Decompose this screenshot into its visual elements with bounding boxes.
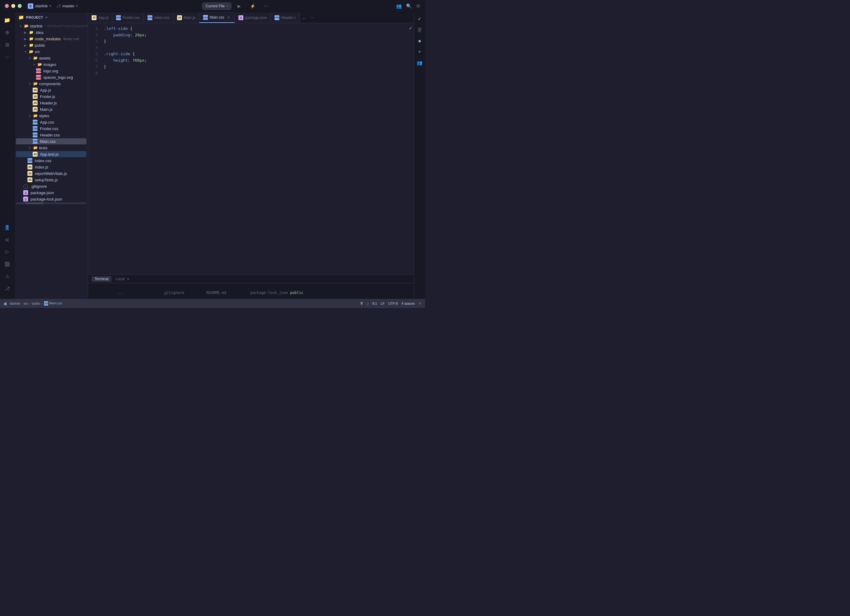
tree-icon-public: 📁 (29, 43, 34, 48)
tree-item-index-js[interactable]: JS index.js (16, 164, 87, 170)
tree-item-spacex-logo[interactable]: SVG spacex_logo.svg (16, 74, 87, 80)
collab-icon[interactable]: 👥 (396, 3, 402, 9)
tree-item-index-css[interactable]: CSS index.css (16, 157, 87, 164)
tree-label-setuptests: setupTests.js (35, 178, 58, 182)
current-file-button[interactable]: Current File ▾ (202, 3, 232, 10)
project-selector[interactable]: S starlink ▾ (28, 3, 51, 9)
tree-item-app-test-js[interactable]: JS App.test.js (16, 151, 87, 157)
tree-item-package-json[interactable]: {} package.json (16, 190, 87, 196)
tree-item-footer-js[interactable]: JS Footer.js (16, 93, 87, 100)
tab-main-js[interactable]: JS Main.js (174, 12, 199, 23)
sidebar-hscroll[interactable] (16, 202, 87, 204)
tree-item-app-css[interactable]: CSS App.css (16, 119, 87, 125)
tab-package-json[interactable]: {} package.json (235, 12, 271, 23)
tree-item-header-js[interactable]: JS Header.js (16, 100, 87, 106)
right-icon-circle[interactable]: ● (416, 37, 424, 45)
debug-button[interactable]: ⚡ (247, 1, 258, 12)
status-eol[interactable]: LF (381, 302, 385, 305)
tab-app-js[interactable]: JS App.js (88, 12, 112, 23)
code-editor[interactable]: .left-side { padding: 20px; } .right-sid… (101, 23, 407, 274)
code-line-5: .right-side { (104, 51, 407, 57)
tree-item-setuptests[interactable]: JS setupTests.js (16, 177, 87, 183)
tree-icon-header-js: JS (33, 100, 37, 105)
tabs-overflow-button[interactable]: ⌄ (300, 12, 308, 23)
sidebar-hscroll-thumb[interactable] (25, 202, 43, 204)
breadcrumb-src[interactable]: src (24, 302, 28, 305)
tab-header-c[interactable]: CSS Header.c (271, 12, 300, 23)
tree-item-header-css[interactable]: CSS Header.css (16, 132, 87, 138)
activity-git[interactable]: ⊕ (2, 27, 13, 38)
breadcrumb-styles[interactable]: styles (32, 302, 40, 305)
status-repo-icon: ◉ (4, 301, 7, 306)
status-position[interactable]: 8:1 (373, 302, 377, 305)
status-indent[interactable]: 4 spaces (401, 302, 415, 305)
tree-item-tests[interactable]: ▾ 📂 tests (16, 145, 87, 151)
traffic-lights (5, 4, 22, 8)
tree-item-package-lock-json[interactable]: {} package-lock.json (16, 196, 87, 202)
code-line-4 (104, 45, 407, 51)
tree-icon-starlink: 📂 (24, 24, 29, 28)
tab-main-css[interactable]: CSS Main.css ✕ (199, 12, 235, 23)
tree-item-reportwebvitals[interactable]: JS reportWebVitals.js (16, 170, 87, 176)
tree-item-idea[interactable]: ▶ 📁 .idea (16, 29, 87, 36)
close-button[interactable] (5, 4, 9, 8)
status-encoding[interactable]: UTF-8 (388, 302, 398, 305)
activity-source-control[interactable]: ⑆ (2, 234, 13, 245)
breadcrumb-sep-2: › (29, 302, 30, 305)
activity-run[interactable]: ▷ (2, 246, 13, 257)
terminal-tab-close-local[interactable]: ✕ (127, 277, 129, 281)
sidebar-header[interactable]: 📁 Project ▾ (15, 12, 88, 22)
run-button[interactable]: ▶ (234, 1, 245, 12)
status-vim[interactable]: V (360, 301, 363, 305)
tab-footer-css[interactable]: CSS Footer.css (112, 12, 144, 23)
activity-terminal[interactable]: ⬛ (2, 259, 13, 269)
minimize-button[interactable] (11, 4, 15, 8)
more-options-button[interactable]: ⋯ (261, 1, 272, 12)
settings-icon[interactable]: ⚙ (416, 3, 420, 9)
activity-more[interactable]: ⋯ (2, 51, 13, 62)
right-icon-team[interactable]: 👥 (416, 58, 424, 67)
terminal-tab-terminal[interactable]: Terminal (91, 276, 111, 282)
tab-close-main-css[interactable]: ✕ (226, 15, 231, 20)
activity-user[interactable]: 👤 (2, 222, 13, 233)
tree-item-components[interactable]: ▾ 📂 components (16, 81, 87, 87)
terminal-content[interactable]: .. .gitignore README.md package-lock.jso… (88, 283, 414, 299)
tree-item-assets[interactable]: ▾ 📂 assets (16, 55, 87, 61)
right-icon-db[interactable]: 🗄 (416, 25, 424, 34)
right-icon-check[interactable]: ✓ (416, 15, 424, 23)
tabs-more-button[interactable]: ⋯ (308, 12, 317, 23)
project-icon: S (28, 3, 33, 9)
activity-problems[interactable]: ⚠ (2, 271, 13, 282)
breadcrumb-starlink[interactable]: starlink (9, 302, 20, 305)
status-upload-icon[interactable]: ⬆ (419, 302, 421, 305)
tree-item-main-js[interactable]: JS Main.js (16, 106, 87, 112)
tab-label-footer-css: Footer.css (123, 16, 139, 20)
activity-files[interactable]: 📁 (2, 15, 13, 25)
tree-item-styles[interactable]: ▾ 📂 styles (16, 113, 87, 119)
tree-item-public[interactable]: ▶ 📁 public (16, 42, 87, 48)
right-icon-ai[interactable]: ✦ (416, 48, 424, 56)
activity-layout[interactable]: ⊞ (2, 39, 13, 50)
sidebar-folder-icon: 📁 (18, 15, 24, 20)
code-line-8 (104, 70, 407, 76)
status-prettier[interactable]: {} (367, 302, 368, 305)
search-icon[interactable]: 🔍 (406, 3, 412, 9)
tab-index-css[interactable]: CSS index.css (144, 12, 174, 23)
branch-selector[interactable]: ⎇ master ▾ (56, 4, 78, 8)
tree-label-reportwebvitals: reportWebVitals.js (35, 171, 67, 176)
tree-item-main-css[interactable]: CSS Main.css (16, 138, 87, 144)
tree-item-node-modules[interactable]: ▶ 📁 node_modules library root (16, 36, 87, 42)
tree-label-images: images (43, 62, 56, 67)
terminal-tab-local[interactable]: Local ✕ (113, 276, 133, 282)
tree-item-gitignore[interactable]: ◯ .gitignore (16, 183, 87, 189)
maximize-button[interactable] (18, 4, 22, 8)
code-line-6: height: 760px; (104, 57, 407, 64)
terminal-public: public (290, 291, 303, 295)
activity-gitlens[interactable]: ⎇ (2, 283, 13, 294)
tree-item-src[interactable]: ▾ 📂 src (16, 49, 87, 55)
tree-item-logo-svg[interactable]: SVG logo.svg (16, 68, 87, 74)
tree-item-footer-css[interactable]: CSS Footer.css (16, 126, 87, 132)
tree-item-app-js[interactable]: JS App.js (16, 87, 87, 93)
tree-item-starlink[interactable]: ▾ 📂 starlink ~/Desktop/Projects/SpaceX/C… (16, 23, 87, 29)
tree-item-images[interactable]: ▾ 📂 images (16, 61, 87, 67)
